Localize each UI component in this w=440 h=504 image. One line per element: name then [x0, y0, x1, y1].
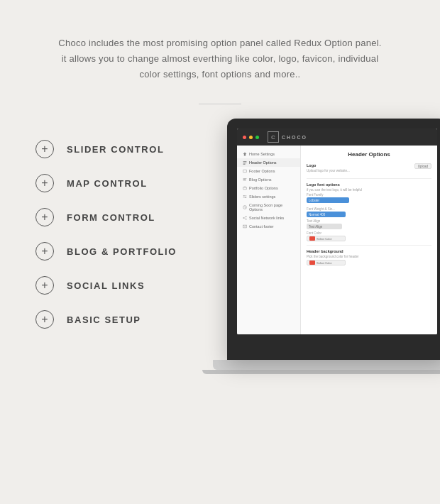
font-family-sublabel: Font Family [307, 193, 431, 197]
close-dot [243, 136, 246, 139]
laptop-screen-outer: C CHOCO Home Settings [227, 119, 440, 360]
svg-point-3 [246, 197, 246, 198]
logo-field-group: Logo Upload logo for your website... Upl… [307, 163, 431, 174]
sidebar-home[interactable]: Home Settings [237, 150, 300, 158]
sidebar-portfolio-label: Portfolio Options [249, 186, 278, 190]
app-name: CHOCO [282, 135, 307, 140]
menu-item-social[interactable]: SOCIAL LINKS [35, 276, 227, 295]
logo-font-label: Logo font options [307, 182, 431, 187]
laptop-mockup: C CHOCO Home Settings [213, 119, 440, 417]
sidebar-home-label: Home Settings [249, 152, 275, 156]
divider-1 [307, 178, 431, 179]
sidebar-footer-options[interactable]: Footer Options [237, 167, 300, 175]
logo-field-left: Logo Upload logo for your website... [307, 163, 350, 174]
screen-logo-area: C CHOCO [268, 131, 307, 143]
menu-item-blog[interactable]: BLOG & PORTFOLIO [35, 242, 227, 261]
laptop-base-bottom [202, 370, 440, 374]
logo-desc: Upload logo for your website... [307, 169, 350, 172]
text-align-value: Text Align [309, 225, 322, 229]
minimize-dot [249, 136, 253, 139]
screen-layout: Home Settings Header Options [237, 146, 437, 334]
divider-2 [307, 245, 431, 246]
header-bg-color-picker[interactable]: Select Color [307, 260, 346, 265]
basic-setup-label: BASIC SETUP [67, 314, 141, 325]
font-color-swatch [309, 236, 315, 241]
svg-point-5 [243, 218, 243, 219]
font-color-sublabel: Font Color [307, 231, 431, 235]
menu-item-map[interactable]: MAP CONTROL [35, 174, 227, 192]
form-control-label: FORM CONTROL [67, 212, 155, 223]
logo-font-group: Logo font options if you use the text lo… [307, 182, 431, 203]
social-links-label: SOCIAL LINKS [67, 280, 145, 291]
sidebar-coming-soon-label: Coming Soon page Options [249, 203, 295, 212]
menu-item-basic[interactable]: BASIC SETUP [35, 310, 227, 329]
svg-point-2 [243, 195, 244, 196]
basic-setup-icon [35, 310, 54, 329]
laptop-base [213, 360, 440, 370]
sidebar-contact-footer[interactable]: Contact footer [237, 222, 300, 231]
app-logo-box: C [268, 131, 279, 143]
sidebar-social-label: Social Network links [249, 216, 284, 220]
sidebar-sliders-label: Sliders settings [249, 195, 275, 199]
svg-point-6 [246, 217, 246, 217]
screen-sidebar: Home Settings Header Options [237, 146, 301, 334]
svg-rect-1 [243, 187, 247, 190]
font-family-select[interactable]: Lobster [307, 197, 349, 203]
svg-point-7 [246, 219, 246, 219]
sidebar-blog-options[interactable]: Blog Options [237, 175, 300, 184]
font-color-text: Select Color [317, 237, 332, 241]
sidebar-sliders-settings[interactable]: Sliders settings [237, 192, 300, 201]
logo-font-desc: if you use the text logo, it will be hel… [307, 188, 431, 192]
sidebar-header-options[interactable]: Header Options [237, 158, 300, 167]
feature-menu: SLIDER CONTROL MAP CONTROL FORM CONTROL … [35, 126, 227, 344]
blog-portfolio-label: BLOG & PORTFOLIO [67, 246, 177, 257]
header-bg-color-text: Select Color [317, 261, 332, 265]
slider-control-icon [35, 140, 54, 158]
menu-item-slider[interactable]: SLIDER CONTROL [35, 140, 227, 158]
logo-label: Logo [307, 163, 350, 168]
slider-control-label: SLIDER CONTROL [67, 144, 164, 155]
font-weight-sublabel: Font Weight & Siz... [307, 207, 431, 211]
sidebar-footer-label: Footer Options [249, 169, 275, 173]
header-bg-label: Header background [307, 249, 431, 253]
blog-portfolio-icon [35, 242, 54, 261]
sidebar-blog-label: Blog Options [249, 177, 272, 182]
sidebar-coming-soon[interactable]: Coming Soon page Options [237, 201, 300, 214]
screen-topbar: C CHOCO [237, 128, 437, 146]
sidebar-social-links[interactable]: Social Network links [237, 214, 300, 222]
header-bg-group: Header background Pick the background co… [307, 249, 431, 265]
screen-section-title: Header Options [307, 151, 431, 158]
form-control-icon [35, 208, 54, 226]
text-align-sublabel: Text Align [307, 219, 431, 223]
sidebar-header-label: Header Options [249, 160, 277, 165]
sidebar-portfolio-options[interactable]: Portfolio Options [237, 184, 300, 192]
laptop-screen: C CHOCO Home Settings [237, 128, 437, 334]
font-family-value: Lobster [309, 199, 319, 202]
svg-rect-0 [243, 170, 247, 172]
font-weight-value: Normal 400 [309, 213, 325, 217]
content-area: SLIDER CONTROL MAP CONTROL FORM CONTROL … [0, 119, 440, 344]
header-bg-color-swatch [309, 261, 315, 265]
menu-item-form[interactable]: FORM CONTROL [35, 208, 227, 226]
logo-row: Logo Upload logo for your website... Upl… [307, 163, 431, 174]
font-color-picker[interactable]: Select Color [307, 236, 346, 241]
divider [199, 104, 241, 104]
svg-line-8 [244, 217, 246, 218]
header-bg-desc: Pick the background color for header [307, 255, 431, 258]
intro-description: Choco includes the most promising option… [0, 0, 440, 104]
upload-button[interactable]: Upload [414, 163, 431, 169]
map-control-icon [35, 174, 54, 192]
map-control-label: MAP CONTROL [67, 178, 148, 189]
text-align-select[interactable]: Text Align [307, 224, 342, 229]
font-weight-select[interactable]: Normal 400 [307, 212, 346, 217]
screen-main-content: Header Options Logo Upload logo for your… [301, 146, 437, 334]
social-links-icon [35, 276, 54, 295]
svg-line-9 [244, 219, 246, 219]
sidebar-contact-label: Contact footer [249, 224, 274, 229]
maximize-dot [255, 136, 259, 139]
